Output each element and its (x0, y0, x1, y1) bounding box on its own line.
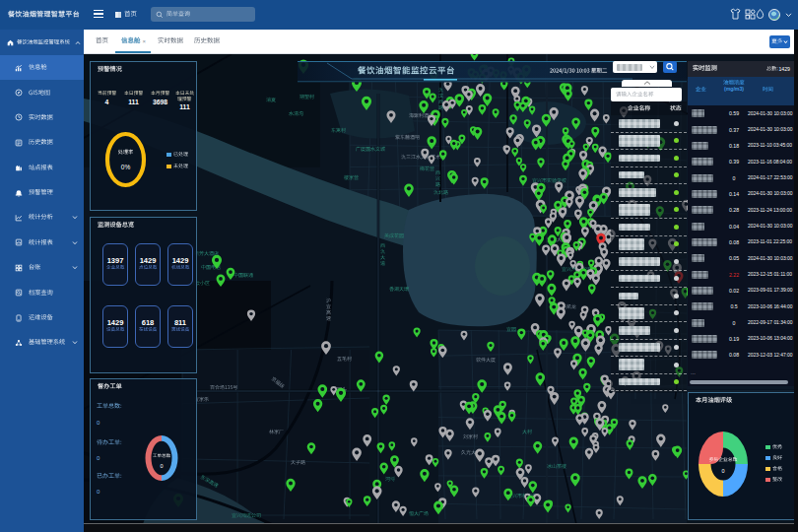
svg-text:0: 0 (721, 468, 724, 474)
svg-text:0: 0 (160, 463, 163, 469)
svg-text:0%: 0% (121, 164, 131, 170)
